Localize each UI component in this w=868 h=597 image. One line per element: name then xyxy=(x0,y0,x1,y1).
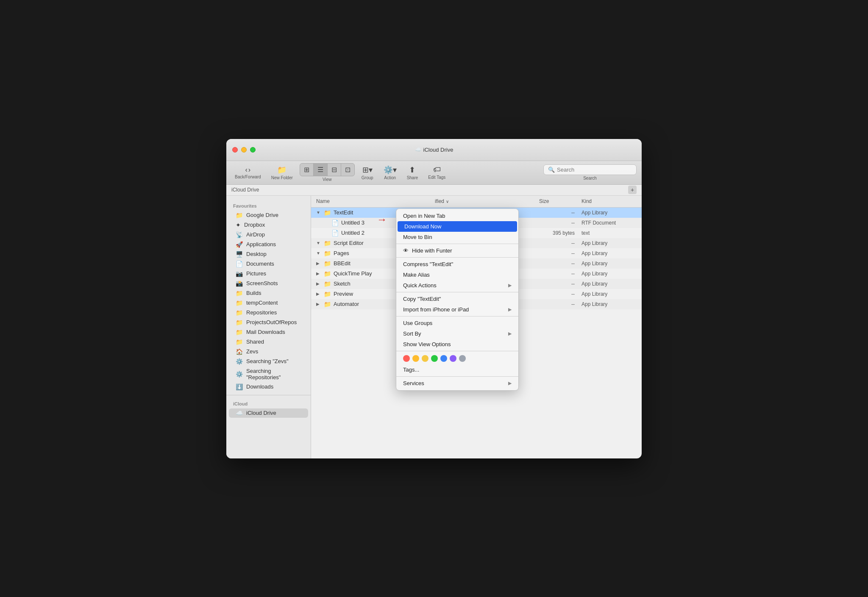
icon-view-button[interactable]: ⊞ xyxy=(300,164,314,176)
edit-tags-button[interactable]: 🏷 Edit Tags xyxy=(425,164,449,181)
size-column-header[interactable]: Size xyxy=(539,198,581,204)
tag-dot-2[interactable] xyxy=(422,355,428,362)
tag-dot-6[interactable] xyxy=(459,355,466,362)
menu-item-quick-actions[interactable]: Quick Actions▶ xyxy=(396,280,518,291)
menu-item-services[interactable]: Services▶ xyxy=(396,378,518,389)
add-column-button[interactable]: + xyxy=(628,186,637,194)
sidebar-item-desktop[interactable]: 🖥️Desktop xyxy=(229,250,308,259)
menu-item-tags---[interactable]: Tags... xyxy=(396,364,518,375)
sidebar-item-airdrop[interactable]: 📡AirDrop xyxy=(229,230,308,239)
search-icon: 🔍 xyxy=(548,167,555,173)
tag-dot-1[interactable] xyxy=(412,355,419,362)
file-name: Untitled 2 xyxy=(341,230,364,236)
expand-icon[interactable]: ▼ xyxy=(316,251,321,255)
menu-item-label: Use Groups xyxy=(403,320,432,326)
expand-icon[interactable]: ▼ xyxy=(316,241,321,245)
menu-tags-row xyxy=(396,353,518,364)
maximize-button[interactable] xyxy=(250,147,256,153)
sidebar-item-documents[interactable]: 📄Documents xyxy=(229,259,308,269)
close-button[interactable] xyxy=(232,147,238,153)
column-view-button[interactable]: ⊟ xyxy=(328,164,341,176)
size-value: -- xyxy=(539,261,581,267)
sidebar-item-pictures[interactable]: 📷Pictures xyxy=(229,269,308,278)
sidebar-item-zevs[interactable]: 🏠Zevs xyxy=(229,347,308,356)
menu-item-sort-by[interactable]: Sort By▶ xyxy=(396,328,518,339)
menu-item-open-in-new-tab[interactable]: Open in New Tab xyxy=(396,211,518,221)
tag-dot-3[interactable] xyxy=(431,355,438,362)
expand-icon[interactable]: ▶ xyxy=(316,271,321,276)
menu-item-compress--textedit-[interactable]: Compress "TextEdit" xyxy=(396,259,518,269)
menu-item-import-from-iphone-or-ipad[interactable]: Import from iPhone or iPad▶ xyxy=(396,304,518,315)
sidebar-icon: ⚙️ xyxy=(236,358,243,365)
menu-item-hide-with-funter[interactable]: 👁Hide with Funter xyxy=(396,245,518,256)
folder-icon: 📄 xyxy=(331,230,339,236)
sidebar-item-icloud-drive[interactable]: ☁️iCloud Drive xyxy=(229,408,308,418)
search-input[interactable] xyxy=(557,167,632,173)
sort-arrow-icon: ∨ xyxy=(446,199,449,204)
sidebar-item-downloads[interactable]: ⬇️Downloads xyxy=(229,382,308,392)
group-button[interactable]: ⊞▾ Group xyxy=(358,164,377,182)
sidebar-item-label: Builds xyxy=(246,290,261,296)
sidebar-icon: 📡 xyxy=(236,231,243,238)
sidebar-item-screenshots[interactable]: 📸ScreenShots xyxy=(229,279,308,288)
sidebar-item-tempcontent[interactable]: 📁tempContent xyxy=(229,298,308,308)
sidebar-item-mail-downloads[interactable]: 📁Mail Downloads xyxy=(229,328,308,337)
tag-dot-5[interactable] xyxy=(450,355,456,362)
expand-icon[interactable]: ▶ xyxy=(316,281,321,286)
menu-item-use-groups[interactable]: Use Groups xyxy=(396,318,518,328)
name-column-header[interactable]: Name xyxy=(316,198,435,204)
sidebar-item-builds[interactable]: 📁Builds xyxy=(229,289,308,298)
minimize-button[interactable] xyxy=(241,147,247,153)
expand-icon[interactable]: ▶ xyxy=(316,292,321,296)
sidebar-item-shared[interactable]: 📁Shared xyxy=(229,337,308,347)
menu-separator xyxy=(396,351,518,351)
sidebar-item-google-drive[interactable]: 📁Google Drive xyxy=(229,211,308,220)
folder-icon: 📁 xyxy=(324,250,331,257)
tag-dot-0[interactable] xyxy=(403,355,410,362)
kind-value: App Library xyxy=(581,301,637,307)
sidebar-item-label: tempContent xyxy=(246,300,278,306)
back-forward-button[interactable]: ‹ › Back/Forward xyxy=(231,164,264,181)
expand-icon[interactable]: ▶ xyxy=(316,302,321,306)
action-button[interactable]: ⚙️▾ Action xyxy=(380,164,400,182)
size-value: -- xyxy=(539,250,581,256)
menu-item-label: Tags... xyxy=(403,367,419,373)
modified-column-header[interactable]: ified ∨ xyxy=(435,198,539,204)
menu-item-move-to-bin[interactable]: Move to Bin xyxy=(396,232,518,242)
new-folder-button[interactable]: 📁 New Folder xyxy=(268,164,296,182)
sidebar-item-applications[interactable]: 🚀Applications xyxy=(229,240,308,249)
sidebar-item-searching--zevs-[interactable]: ⚙️Searching "Zevs" xyxy=(229,357,308,366)
gallery-view-button[interactable]: ⊡ xyxy=(341,164,354,176)
sidebar-item-searching--repositories-[interactable]: ⚙️Searching "Repositories" xyxy=(229,367,308,382)
menu-item-download-now[interactable]: Download Now xyxy=(398,221,517,232)
sidebar-item-projectsoutofrepos[interactable]: 📁ProjectsOutOfRepos xyxy=(229,318,308,327)
expand-icon[interactable]: ▶ xyxy=(316,261,321,266)
menu-item-copy--textedit-[interactable]: Copy "TextEdit" xyxy=(396,294,518,304)
menu-item-make-alias[interactable]: Make Alias xyxy=(396,269,518,280)
folder-icon: 📁 xyxy=(324,240,331,247)
sidebar-item-label: Searching "Repositories" xyxy=(246,368,301,380)
kind-value: App Library xyxy=(581,210,637,216)
column-header: Name ified ∨ Size Kind xyxy=(311,196,642,208)
kind-column-header[interactable]: Kind xyxy=(581,198,637,204)
menu-item-left: Move to Bin xyxy=(403,234,432,240)
search-box[interactable]: 🔍 xyxy=(543,164,637,175)
menu-item-show-view-options[interactable]: Show View Options xyxy=(396,339,518,350)
sidebar-item-label: Pictures xyxy=(246,270,266,277)
menu-item-left: Sort By xyxy=(403,330,421,337)
kind-value: App Library xyxy=(581,261,637,267)
sidebar-item-dropbox[interactable]: ✦Dropbox xyxy=(229,220,308,230)
icloud-section: iCloud ☁️iCloud Drive xyxy=(226,395,311,418)
sidebar-item-repositories[interactable]: 📁Repositories xyxy=(229,308,308,317)
list-view-button[interactable]: ☰ xyxy=(314,164,328,176)
menu-item-left: Show View Options xyxy=(403,341,451,347)
sidebar-icon: 🚀 xyxy=(236,241,243,248)
expand-icon[interactable]: ▼ xyxy=(316,210,321,215)
sidebar-item-label: Applications xyxy=(246,241,276,247)
sidebar-item-label: Downloads xyxy=(246,383,273,390)
sidebar-item-label: AirDrop xyxy=(246,231,265,238)
share-button[interactable]: ⬆ Share xyxy=(403,164,422,182)
search-area: 🔍 Search xyxy=(543,164,637,180)
cloud-icon: ☁️ xyxy=(415,147,421,153)
tag-dot-4[interactable] xyxy=(440,355,447,362)
